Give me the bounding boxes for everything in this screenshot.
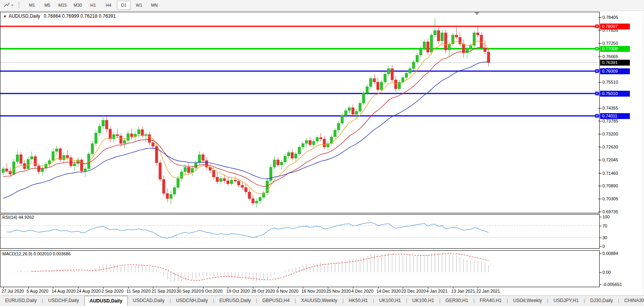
rsi-label: RSI(14) 44.9262 [2, 215, 34, 220]
price-line-badge: 0.75010 [600, 91, 630, 97]
date-label: 27 Jul 2020 [2, 289, 24, 293]
timeframe-button-h1[interactable]: H1 [86, 1, 100, 10]
chart-tab-uk100-h1[interactable]: UK100,H1 [374, 296, 406, 306]
chart-tab-hk50-h1[interactable]: HK50,H1 [344, 296, 373, 306]
date-label: 25 Nov 2020 [326, 289, 351, 293]
chart-tab-usoil-weekly[interactable]: USOil,Weekly [508, 296, 547, 306]
chart-tab-usdcad-daily[interactable]: USDCAD,Daily [128, 296, 170, 306]
date-label: 9 Oct 2020 [202, 289, 223, 293]
chart-tab-xauusd-weekly[interactable]: XAUUSD,Weekly [296, 296, 342, 306]
date-label: 6 Nov 2020 [277, 289, 298, 293]
macd-tick-label: 0.00 [602, 269, 611, 275]
price-tick-label: 0.77250 [602, 40, 618, 46]
timeframe-button-m15[interactable]: M15 [56, 1, 69, 10]
chart-tab-usdjpy-h1[interactable]: USDJPY,H1 [548, 296, 584, 306]
price-tick-label: 0.70890 [602, 183, 618, 189]
date-label: 23 Dec 2020 [401, 289, 426, 293]
price-tick-label: 0.75510 [602, 79, 618, 85]
toolbar: ▾ M1M5M15M30H1H4D1W1MN [0, 0, 644, 11]
date-label: 14 Aug 2020 [51, 289, 76, 293]
timeframe-button-h4[interactable]: H4 [102, 1, 115, 10]
price-tick-label: 0.73200 [602, 131, 618, 137]
mt4-window: ▾ M1M5M15M30H1H4D1W1MN ▼AUDUSD,Daily0.76… [0, 0, 644, 306]
timeframe-button-m30[interactable]: M30 [71, 1, 85, 10]
rsi-indicator-panel[interactable] [0, 214, 600, 249]
window-edge-divider [643, 12, 643, 295]
date-label: 28 Oct 2020 [251, 289, 275, 293]
price-tick-label: 0.76665 [602, 54, 618, 59]
chart-tab-usdcnh-daily[interactable]: USDCNH,Daily [171, 296, 213, 306]
chart-tab-audusd-daily[interactable]: AUDUSD,Daily [84, 296, 128, 306]
timeframe-button-m1[interactable]: M1 [25, 1, 39, 10]
chart-tab-dj30-daily[interactable]: DJ30,Daily [585, 296, 618, 306]
date-label: 2 Sep 2020 [102, 289, 124, 293]
date-label: 4 Dec 2020 [351, 289, 373, 293]
date-label: 11 Sep 2020 [127, 289, 151, 293]
price-line-badge: 0.76391 [600, 60, 630, 66]
chart-line-tool-icon [4, 2, 10, 9]
chart-tab-usdchf-daily[interactable]: USDCHF,Daily [43, 296, 84, 306]
macd-tick-label: -0.005651 [602, 282, 622, 287]
toolbar-drag-handle[interactable] [18, 2, 20, 9]
chart-symbol-label: AUDUSD,Daily [9, 13, 40, 19]
chart-tab-eurusd-daily[interactable]: EURUSD,Daily [214, 296, 256, 306]
price-tick-label: 0.69735 [602, 209, 618, 214]
timeframe-button-w1[interactable]: W1 [132, 1, 146, 10]
rsi-tick-label: 0 [602, 244, 605, 249]
timeframe-button-mn[interactable]: MN [147, 1, 161, 10]
date-label: 21 Sep 2020 [151, 289, 176, 293]
chart-tab-uk100-h1[interactable]: UK100,H1 [407, 296, 439, 306]
chart-tab-bar: EURUSD,Daily|USDCHF,DailyAUDUSD,DailyUSD… [0, 295, 644, 306]
chart-shift-marker-icon [475, 12, 479, 15]
price-tick-label: 0.72045 [602, 157, 618, 163]
chart-tab-eurusd-daily[interactable]: EURUSD,Daily [0, 296, 42, 306]
price-tick-label: 0.72630 [602, 144, 618, 150]
chart-menu-icon[interactable]: ▼ [3, 15, 7, 18]
rsi-tick-label: 70 [602, 223, 607, 229]
chevron-down-icon: ▾ [11, 4, 13, 7]
date-label: 24 Aug 2020 [76, 289, 101, 293]
price-tick-label: 0.70305 [602, 196, 618, 202]
date-label: 16 Nov 2020 [301, 289, 326, 293]
chart-title: ▼AUDUSD,Daily0.76864 0.76999 0.76218 0.7… [3, 13, 116, 19]
chart-tab-china300-h1[interactable]: CHINA300,H1 [619, 296, 644, 306]
date-label: 14 Dec 2020 [377, 289, 401, 293]
price-axis[interactable]: 0.784050.778350.772500.766650.760800.755… [600, 12, 644, 295]
main-price-chart[interactable] [0, 12, 600, 213]
rsi-tick-label: 100 [602, 214, 609, 220]
chart-tool-button[interactable]: ▾ [2, 1, 15, 10]
price-tick-label: 0.71460 [602, 170, 618, 176]
timeframe-toolbar: M1M5M15M30H1H4D1W1MN [24, 1, 162, 10]
date-label: 19 Oct 2020 [226, 289, 250, 293]
timeframe-button-d1[interactable]: D1 [117, 1, 131, 10]
date-label: 30 Sep 2020 [176, 289, 201, 293]
date-label: 5 Aug 2020 [27, 289, 49, 293]
price-tick-label: 0.74355 [602, 105, 618, 111]
time-axis[interactable]: 27 Jul 20205 Aug 202014 Aug 202024 Aug 2… [0, 287, 600, 295]
timeframe-button-m5[interactable]: M5 [40, 1, 54, 10]
macd-indicator-panel[interactable] [0, 250, 600, 287]
price-line-badge: 0.74011 [600, 113, 630, 119]
macd-tick-label: 0.00884 [602, 251, 618, 256]
date-label: 22 Jan 2021 [476, 289, 500, 293]
date-label: 4 Jan 2021 [426, 289, 448, 293]
price-line-badge: 0.76009 [600, 68, 630, 74]
price-line-badge: 0.78007 [600, 24, 630, 29]
chart-tab-ger30-h1[interactable]: GER30,H1 [440, 296, 473, 306]
price-tick-label: 0.78405 [602, 15, 618, 20]
date-label: 13 Jan 2021 [451, 289, 475, 293]
chart-ohlc-values: 0.76864 0.76999 0.76218 0.76391 [44, 13, 116, 19]
macd-label: MACD(12,26,9) 0.002010 0.003686 [2, 251, 71, 256]
chart-tab-gbpusd-h4[interactable]: GBPUSD,H4 [257, 296, 295, 306]
price-tick-label: 0.73785 [602, 118, 618, 124]
price-line-badge: 0.77008 [600, 46, 630, 52]
rsi-tick-label: 30 [602, 235, 607, 240]
chart-tab-fra40-h1[interactable]: FRA40,H1 [475, 296, 507, 306]
